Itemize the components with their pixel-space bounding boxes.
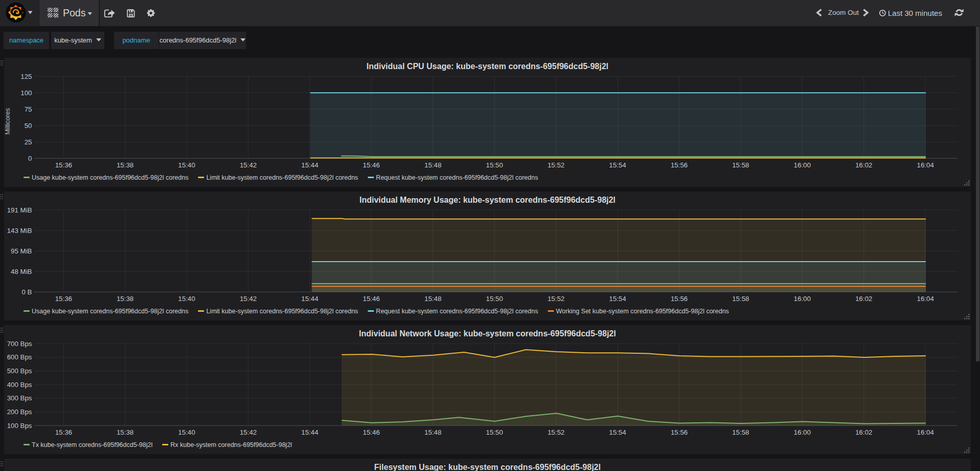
svg-text:0 B: 0 B	[22, 288, 32, 296]
svg-text:0: 0	[28, 155, 32, 162]
svg-text:95 MiB: 95 MiB	[11, 247, 32, 255]
svg-text:16:04: 16:04	[917, 161, 934, 169]
svg-text:15:36: 15:36	[55, 295, 72, 303]
svg-text:16:02: 16:02	[855, 161, 872, 169]
svg-text:75: 75	[25, 105, 32, 113]
svg-text:700 Bps: 700 Bps	[7, 340, 32, 348]
svg-text:15:44: 15:44	[301, 295, 318, 303]
svg-text:500 Bps: 500 Bps	[7, 367, 32, 375]
svg-text:16:04: 16:04	[917, 429, 934, 436]
svg-text:16:02: 16:02	[855, 295, 872, 303]
svg-text:15:50: 15:50	[486, 429, 503, 436]
svg-text:15:50: 15:50	[486, 295, 503, 303]
svg-text:15:38: 15:38	[117, 295, 133, 303]
svg-text:15:50: 15:50	[486, 161, 503, 169]
svg-text:15:44: 15:44	[301, 429, 318, 436]
svg-text:16:04: 16:04	[917, 295, 934, 303]
svg-text:15:42: 15:42	[240, 429, 257, 436]
svg-text:15:58: 15:58	[732, 429, 749, 436]
svg-text:15:38: 15:38	[117, 429, 133, 436]
svg-text:15:56: 15:56	[671, 429, 687, 436]
svg-text:48 MiB: 48 MiB	[11, 268, 32, 275]
svg-text:Millicores: Millicores	[4, 108, 11, 135]
svg-text:100: 100	[20, 89, 32, 97]
svg-text:15:36: 15:36	[55, 429, 72, 436]
svg-text:15:54: 15:54	[609, 295, 626, 303]
svg-text:200 Bps: 200 Bps	[7, 408, 32, 416]
svg-text:15:44: 15:44	[301, 161, 318, 169]
svg-text:100 Bps: 100 Bps	[7, 422, 32, 430]
svg-text:191 MiB: 191 MiB	[7, 206, 32, 214]
svg-text:16:02: 16:02	[855, 429, 872, 436]
svg-text:15:40: 15:40	[178, 295, 195, 303]
svg-text:16:00: 16:00	[794, 161, 811, 169]
svg-text:15:54: 15:54	[609, 161, 626, 169]
svg-text:Zoom Out: Zoom Out	[828, 9, 859, 16]
svg-text:Pods: Pods	[63, 7, 86, 18]
svg-text:16:00: 16:00	[794, 295, 811, 303]
svg-text:Last 30 minutes: Last 30 minutes	[888, 9, 942, 17]
svg-text:15:54: 15:54	[609, 429, 626, 436]
svg-text:15:42: 15:42	[240, 295, 257, 303]
svg-text:15:52: 15:52	[547, 161, 564, 169]
svg-text:15:46: 15:46	[363, 161, 380, 169]
svg-text:15:36: 15:36	[55, 161, 72, 169]
svg-text:15:42: 15:42	[240, 161, 257, 169]
svg-text:125: 125	[20, 73, 32, 80]
svg-text:15:58: 15:58	[732, 161, 749, 169]
svg-text:15:56: 15:56	[671, 161, 687, 169]
svg-text:16:00: 16:00	[794, 429, 811, 436]
svg-text:15:58: 15:58	[732, 295, 749, 303]
svg-text:15:46: 15:46	[363, 295, 380, 303]
svg-text:15:52: 15:52	[547, 295, 564, 303]
svg-text:15:48: 15:48	[425, 295, 441, 303]
svg-text:15:46: 15:46	[363, 429, 380, 436]
svg-text:15:48: 15:48	[425, 161, 441, 169]
svg-text:300 Bps: 300 Bps	[7, 394, 32, 402]
svg-text:15:40: 15:40	[178, 429, 195, 436]
svg-text:15:52: 15:52	[547, 429, 564, 436]
svg-text:15:48: 15:48	[425, 429, 441, 436]
svg-text:400 Bps: 400 Bps	[7, 381, 32, 389]
svg-text:15:40: 15:40	[178, 161, 195, 169]
svg-text:143 MiB: 143 MiB	[7, 227, 32, 234]
svg-text:15:56: 15:56	[671, 295, 687, 303]
svg-text:50: 50	[25, 122, 32, 130]
svg-text:15:38: 15:38	[117, 161, 133, 169]
svg-text:25: 25	[25, 138, 32, 146]
svg-text:600 Bps: 600 Bps	[7, 353, 32, 361]
